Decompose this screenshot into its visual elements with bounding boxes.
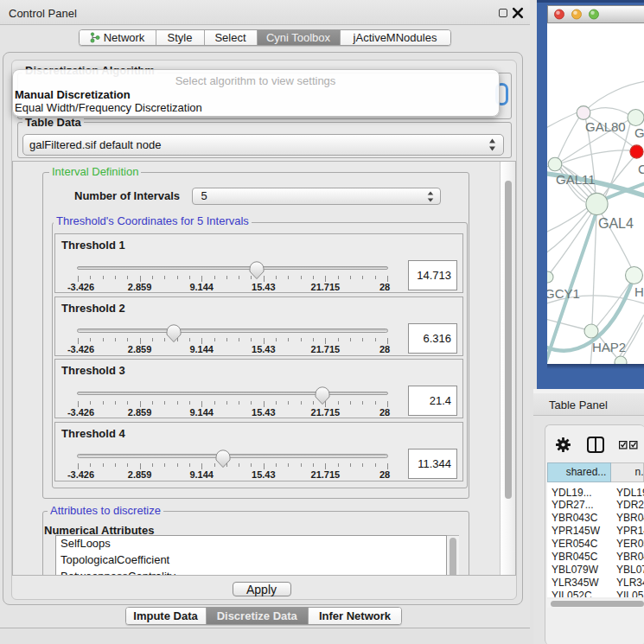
svg-text:GAL80: GAL80 <box>585 119 626 134</box>
svg-text:HAP2: HAP2 <box>592 340 626 354</box>
svg-text:G...: G... <box>634 125 644 140</box>
svg-text:GCY1: GCY1 <box>547 286 580 301</box>
svg-text:H: H <box>634 284 644 299</box>
svg-text:GAL4: GAL4 <box>598 216 634 231</box>
svg-text:C: C <box>638 162 644 176</box>
svg-text:GAL11: GAL11 <box>556 172 596 187</box>
